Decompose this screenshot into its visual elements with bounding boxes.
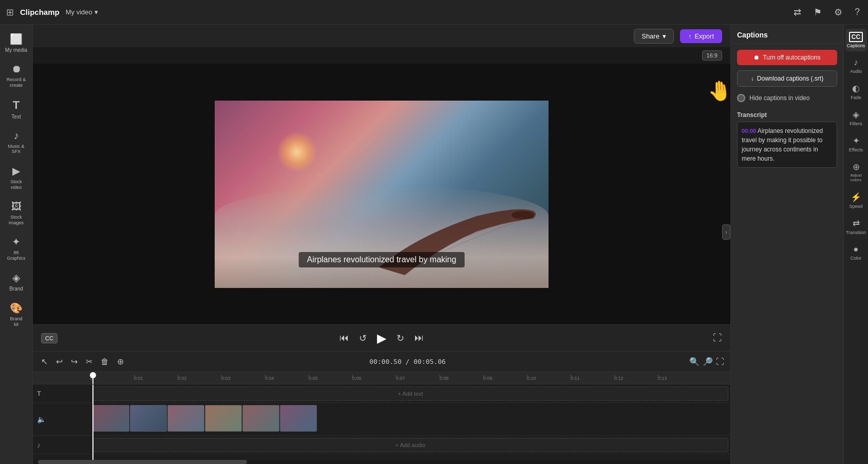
help-icon[interactable]: ? [853, 5, 862, 20]
speed-label: Speed [849, 204, 862, 209]
video-thumb-3 [167, 405, 204, 432]
ruler-mark-10: 0:10 [527, 376, 571, 381]
sidebar-item-my-media[interactable]: ⬜ My media [2, 29, 31, 57]
turn-off-autocaptions-button[interactable]: ⏺ Turn off autocaptions [737, 50, 837, 65]
far-right-speed[interactable]: ⚡ Speed [845, 189, 867, 212]
transition-icon: ⇄ [853, 218, 860, 229]
video-frame: Airplanes revolutionized travel by makin… [215, 101, 549, 288]
far-right-effects[interactable]: ✦ Effects [845, 132, 867, 156]
far-right-filters[interactable]: ◈ Filters [845, 106, 867, 129]
transition-label: Transition [846, 230, 866, 235]
sidebar-item-record[interactable]: ⏺ Record &create [2, 59, 31, 92]
video-thumb-4 [205, 405, 242, 432]
timeline-ruler: 0 0:01 0:02 0:03 0:04 0:05 0:06 0:07 0:0… [33, 372, 730, 384]
export-button[interactable]: ↑ Export [680, 29, 722, 43]
sidebar-label-stock-video: Stockvideo [10, 179, 22, 190]
audio-track-content[interactable]: + Add audio [90, 436, 730, 454]
timeline-scrollbar[interactable] [33, 460, 730, 464]
aspect-ratio-badge[interactable]: 16:9 [702, 50, 722, 61]
zoom-out-button[interactable]: 🔍 [689, 357, 700, 366]
sidebar-item-brand-kit[interactable]: 🎨 Brandkit [2, 298, 31, 332]
app-logo: Clipchamp [20, 8, 60, 16]
share-button[interactable]: Share ▾ [634, 29, 674, 44]
expand-panel-button[interactable]: › [722, 224, 730, 240]
flag-icon[interactable]: ⚑ [812, 5, 824, 20]
captions-panel-body: ⏺ Turn off autocaptions ↓ Download capti… [731, 44, 843, 464]
hide-captions-row: Hide captions in video [737, 92, 837, 104]
video-track-row: 🔈 [33, 403, 730, 436]
sidebar-item-stock-video[interactable]: ▶ Stockvideo [2, 161, 31, 195]
skip-forward-button[interactable]: ⏭ [414, 333, 424, 343]
far-right-color[interactable]: ● Color [845, 241, 867, 264]
share-icon[interactable]: ⇄ [791, 5, 803, 20]
ruler-marks: 0 0:01 0:02 0:03 0:04 0:05 0:06 0:07 0:0… [90, 376, 702, 381]
fast-forward-button[interactable]: ↻ [397, 333, 404, 344]
project-name[interactable]: My video ▾ [66, 8, 98, 16]
transcript-box[interactable]: 00:00 Airplanes revolutionized travel by… [737, 122, 837, 168]
undo-button[interactable]: ↩ [54, 355, 65, 369]
adjust-colors-icon: ⊕ [853, 162, 860, 172]
effects-label: Effects [849, 147, 863, 152]
add-text-button[interactable]: + Add text [92, 386, 728, 401]
ruler-mark-13: 0:13 [658, 376, 702, 381]
fullscreen-button[interactable]: ⛶ [713, 333, 722, 343]
timeline-scroll-thumb[interactable] [38, 460, 247, 464]
transcript-label: Transcript [737, 111, 837, 119]
autocaptions-icon: ⏺ [753, 54, 760, 61]
zoom-in-button[interactable]: 🔎 [703, 357, 713, 366]
far-right-fade[interactable]: ◐ Fade [845, 80, 867, 103]
redo-button[interactable]: ↪ [69, 355, 80, 369]
audio-label: Audio [850, 69, 862, 74]
settings-icon[interactable]: ⚙ [832, 5, 844, 20]
audio-icon: ♪ [854, 57, 858, 68]
ruler-mark-5: 0:05 [309, 376, 352, 381]
video-thumb-6 [280, 405, 317, 432]
rewind-button[interactable]: ↺ [359, 333, 367, 344]
sidebar-item-music[interactable]: ♪ Music &SFX [2, 126, 31, 159]
text-track-content[interactable]: + Add text [90, 384, 730, 402]
ruler-mark-4: 0:04 [265, 376, 309, 381]
brand-icon: ◈ [12, 272, 20, 284]
add-clip-button[interactable]: ⊕ [115, 355, 126, 369]
sidebar-label-brand: Brand [9, 286, 23, 292]
download-icon: ↓ [751, 75, 754, 82]
delete-button[interactable]: 🗑 [99, 355, 111, 369]
zoom-controls: 🔍 🔎 ⛶ [689, 357, 724, 366]
transcript-timestamp: 00:00 [742, 128, 756, 134]
sidebar-item-brand[interactable]: ◈ Brand [2, 267, 31, 296]
far-right-captions[interactable]: CC Captions [845, 29, 867, 51]
fit-to-screen-button[interactable]: ⛶ [716, 357, 724, 366]
captions-label: Captions [847, 43, 865, 48]
sidebar-item-graphics[interactable]: ✦ 88Graphics [2, 231, 31, 265]
play-button[interactable]: ▶ [377, 331, 386, 345]
music-icon: ♪ [14, 130, 19, 142]
center-area: Share ▾ ↑ Export 16:9 [33, 25, 730, 464]
far-right-transition[interactable]: ⇄ Transition [845, 215, 867, 238]
video-track-content[interactable] [90, 403, 730, 435]
add-audio-button[interactable]: + Add audio [92, 438, 728, 452]
stock-video-icon: ▶ [12, 165, 20, 177]
far-right-audio[interactable]: ♪ Audio [845, 54, 867, 77]
playback-controls: CC ⏮ ↺ ▶ ↻ ⏭ ⛶ [33, 324, 730, 351]
sidebar-item-text[interactable]: T Text [2, 94, 31, 124]
download-captions-button[interactable]: ↓ Download captions (.srt) [737, 70, 837, 87]
video-track-label: 🔈 [33, 415, 90, 423]
topbar: ⊞ Clipchamp My video ▾ ⇄ ⚑ ⚙ ? [0, 0, 868, 25]
ruler-mark-6: 0:06 [352, 376, 396, 381]
skip-back-button[interactable]: ⏮ [339, 333, 349, 343]
hide-captions-label: Hide captions in video [749, 94, 809, 102]
sidebar-item-stock-images[interactable]: 🖼 Stockimages [2, 197, 31, 230]
audio-track-icon: ♪ [37, 441, 41, 449]
hide-captions-toggle[interactable] [737, 94, 745, 102]
video-thumb-5 [242, 405, 279, 432]
far-right-adjust-colors[interactable]: ⊕ Adjustcolors [845, 159, 867, 186]
sidebar-label-brand-kit: Brandkit [10, 316, 22, 327]
sidebar-label-stock-images: Stockimages [9, 215, 24, 226]
cc-button[interactable]: CC [41, 333, 58, 343]
topbar-actions: ⇄ ⚑ ⚙ ? [791, 5, 862, 20]
grid-icon[interactable]: ⊞ [6, 7, 14, 18]
app-name: Clipchamp [20, 8, 60, 16]
cut-button[interactable]: ✂ [84, 355, 95, 369]
select-tool-button[interactable]: ↖ [39, 355, 50, 369]
fade-icon: ◐ [852, 83, 860, 94]
